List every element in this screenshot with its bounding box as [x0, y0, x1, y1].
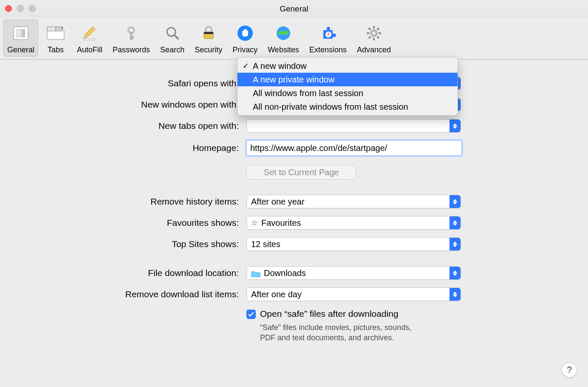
svg-line-14	[175, 35, 178, 39]
select-value: Favourites	[261, 218, 301, 228]
svg-marker-41	[453, 242, 457, 244]
svg-rect-2	[22, 29, 25, 37]
preferences-window: General General + Tabs	[0, 0, 588, 387]
svg-marker-35	[453, 123, 457, 126]
dropdown-option[interactable]: All non-private windows from last sessio…	[237, 100, 458, 114]
toolbar-item-general[interactable]: General	[3, 20, 38, 57]
remove-download-list-select[interactable]: After one day	[246, 287, 461, 301]
puzzle-icon	[317, 23, 339, 44]
general-pane: Safari opens with: New windows open with…	[0, 60, 588, 359]
select-value: After one year	[251, 197, 305, 207]
open-safe-files-label: Open “safe” files after downloading	[260, 309, 399, 319]
safari-opens-label: Safari opens with:	[17, 78, 246, 88]
toolbar-label: Security	[195, 46, 222, 54]
toolbar-item-privacy[interactable]: Privacy	[229, 20, 261, 57]
toolbar-label: Extensions	[309, 46, 347, 54]
globe-icon	[273, 23, 294, 44]
new-tabs-select[interactable]	[246, 119, 461, 133]
svg-marker-43	[453, 270, 457, 273]
toolbar-label: Privacy	[232, 46, 257, 54]
toolbar-item-security[interactable]: Security	[191, 20, 226, 57]
select-value: After one day	[251, 290, 302, 299]
svg-line-29	[369, 37, 370, 38]
download-location-select[interactable]: Downloads	[246, 266, 461, 280]
chevron-updown-icon	[449, 120, 461, 132]
select-value: Downloads	[264, 268, 306, 278]
zoom-window-button[interactable]	[29, 5, 36, 12]
question-mark-icon: ?	[567, 364, 572, 376]
topsites-label: Top Sites shows:	[17, 239, 246, 249]
open-safe-files-description: “Safe” files include movies, pictures, s…	[246, 322, 416, 343]
toolbar-label: Tabs	[48, 46, 64, 54]
chevron-updown-icon	[449, 267, 461, 279]
pencil-icon	[79, 23, 100, 44]
svg-rect-1	[17, 29, 20, 37]
window-title: General	[280, 4, 308, 14]
star-icon: ☆	[251, 218, 258, 228]
download-location-label: File download location:	[17, 268, 246, 278]
svg-marker-39	[453, 220, 457, 223]
svg-marker-42	[453, 245, 457, 247]
toolbar-item-websites[interactable]: Websites	[264, 20, 303, 57]
open-safe-files-checkbox[interactable]	[246, 310, 256, 319]
svg-marker-37	[453, 199, 457, 202]
toolbar-item-advanced[interactable]: Advanced	[353, 20, 395, 57]
favourites-select[interactable]: ☆ Favourites	[246, 216, 461, 230]
svg-line-27	[377, 37, 379, 38]
folder-icon	[251, 270, 260, 276]
toolbar-item-search[interactable]: Search	[156, 20, 188, 57]
favourites-label: Favourites shows:	[17, 218, 246, 228]
toolbar-item-autofill[interactable]: AutoFill	[73, 20, 106, 57]
svg-marker-36	[453, 126, 457, 129]
chevron-updown-icon	[449, 288, 461, 301]
svg-marker-40	[453, 223, 457, 226]
toolbar-label: Websites	[268, 46, 299, 54]
option-label: A new private window	[253, 75, 334, 85]
dropdown-option[interactable]: ✓ A new window	[237, 59, 458, 73]
key-icon	[121, 23, 142, 44]
switch-icon	[10, 23, 31, 44]
toolbar-label: AutoFill	[77, 46, 102, 54]
chevron-updown-icon	[449, 195, 461, 208]
hand-icon	[235, 23, 256, 44]
toolbar-item-extensions[interactable]: Extensions	[305, 20, 351, 57]
toolbar-label: General	[7, 46, 34, 54]
toolbar-item-passwords[interactable]: Passwords	[109, 20, 154, 57]
dropdown-option[interactable]: A new private window	[237, 73, 458, 86]
close-window-button[interactable]	[5, 5, 12, 12]
topsites-select[interactable]: 12 sites	[246, 237, 461, 251]
chevron-updown-icon	[449, 238, 461, 250]
option-label: All non-private windows from last sessio…	[253, 102, 408, 112]
select-value: 12 sites	[251, 239, 280, 249]
lock-icon	[198, 23, 219, 44]
homepage-input[interactable]	[246, 140, 462, 156]
safari-opens-dropdown: ✓ A new window A new private window All …	[237, 57, 458, 116]
remove-history-select[interactable]: After one year	[246, 195, 461, 208]
svg-rect-3	[47, 30, 64, 40]
svg-text:+: +	[61, 26, 64, 30]
toolbar-label: Advanced	[357, 46, 391, 54]
help-button[interactable]: ?	[562, 362, 577, 378]
remove-history-label: Remove history items:	[17, 196, 246, 207]
new-windows-label: New windows open with:	[17, 100, 246, 110]
set-to-current-page-button[interactable]: Set to Current Page	[246, 165, 356, 179]
magnifier-icon	[162, 23, 183, 44]
svg-rect-8	[83, 39, 96, 40]
svg-point-30	[373, 32, 375, 34]
svg-marker-45	[453, 292, 457, 294]
svg-marker-7	[84, 27, 95, 39]
svg-rect-12	[130, 37, 134, 38]
homepage-label: Homepage:	[17, 143, 246, 153]
minimize-window-button[interactable]	[17, 5, 24, 12]
tabs-icon: +	[45, 23, 66, 44]
preferences-toolbar: General + Tabs AutoFill	[0, 18, 588, 60]
window-controls	[5, 5, 36, 12]
gear-icon	[363, 23, 384, 44]
option-label: A new window	[253, 61, 307, 71]
svg-line-28	[377, 28, 379, 30]
dropdown-option[interactable]: All windows from last session	[237, 86, 458, 100]
svg-rect-4	[47, 27, 56, 31]
option-label: All windows from last session	[253, 88, 363, 98]
toolbar-item-tabs[interactable]: + Tabs	[41, 20, 71, 57]
svg-rect-0	[14, 27, 28, 40]
